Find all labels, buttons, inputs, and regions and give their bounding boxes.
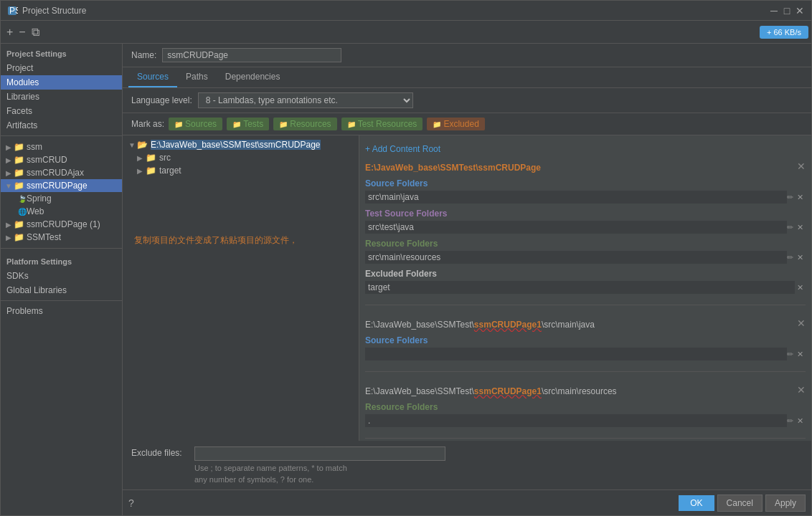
add-content-root-btn[interactable]: + Add Content Root bbox=[365, 141, 806, 157]
sidebar-item-libraries[interactable]: Libraries bbox=[1, 90, 122, 104]
module-ssm-label: ssm bbox=[27, 142, 42, 152]
resource-folder-close-1[interactable]: ✕ bbox=[795, 252, 806, 263]
exclude-files-input[interactable] bbox=[194, 446, 445, 461]
ok-button[interactable]: OK bbox=[679, 495, 714, 511]
sidebar-item-global-libraries[interactable]: Global Libraries bbox=[1, 283, 122, 297]
content-root-close-3[interactable]: ✕ bbox=[797, 384, 806, 396]
test-source-folders-1: Test Source Folders ✏ ✕ bbox=[365, 209, 806, 234]
content-root-close-2[interactable]: ✕ bbox=[797, 317, 806, 329]
sidebar-item-problems[interactable]: Problems bbox=[1, 304, 122, 318]
tab-bar: Sources Paths Dependencies bbox=[123, 67, 811, 88]
test-source-folders-title-1: Test Source Folders bbox=[365, 209, 806, 219]
problems-label: Problems bbox=[6, 306, 43, 316]
sidebar-divider3 bbox=[1, 300, 122, 301]
sidebar-item-project[interactable]: Project bbox=[1, 61, 122, 75]
module-spring-label: Spring bbox=[27, 194, 52, 204]
module-ssmcrud[interactable]: ▶ 📁 ssmCRUD bbox=[1, 153, 122, 166]
module-ssmcrudpage1[interactable]: ▶ 📁 ssmCRUDPage (1) bbox=[1, 218, 122, 231]
remove-button[interactable]: − bbox=[16, 24, 28, 40]
language-level-select[interactable]: 8 - Lambdas, type annotations etc. bbox=[198, 92, 413, 108]
folder-icon-ssmcrud: 📁 bbox=[14, 155, 24, 165]
module-ssmcrudpage[interactable]: ▼ 📁 ssmCRUDPage bbox=[1, 179, 122, 192]
module-web[interactable]: 🌐 Web bbox=[1, 205, 122, 218]
module-spring[interactable]: 🍃 Spring bbox=[1, 192, 122, 205]
tab-content-sources: ▼ 📂 E:\JavaWeb_base\SSMTest\ssmCRUDPage … bbox=[123, 135, 811, 441]
resource-folder-edit-3[interactable]: ✏ bbox=[787, 416, 793, 426]
mark-excluded-label: Excluded bbox=[443, 119, 478, 129]
file-tree-src[interactable]: ▶ 📁 src bbox=[123, 151, 359, 164]
folder-icon-ssmcrudpage1: 📁 bbox=[14, 219, 24, 229]
source-folder-close-2[interactable]: ✕ bbox=[795, 349, 806, 360]
sidebar-item-modules[interactable]: Modules bbox=[1, 75, 122, 90]
resource-folder-input-3[interactable] bbox=[365, 414, 787, 427]
mark-as-test-resources-btn[interactable]: 📁 Test Resources bbox=[341, 118, 423, 130]
content-area: Project Settings Project Modules Librari… bbox=[1, 44, 811, 515]
sidebar-facets-label: Facets bbox=[6, 106, 32, 116]
excluded-folder-input-1[interactable] bbox=[365, 281, 795, 294]
svg-text:PS: PS bbox=[9, 6, 18, 16]
tab-paths[interactable]: Paths bbox=[177, 67, 217, 87]
folder-icon-ssmtest: 📁 bbox=[14, 232, 24, 242]
sidebar-item-sdks[interactable]: SDKs bbox=[1, 269, 122, 283]
source-folder-input-1[interactable] bbox=[365, 191, 787, 204]
source-folder-edit-2[interactable]: ✏ bbox=[787, 349, 793, 360]
source-folder-edit-1[interactable]: ✏ bbox=[787, 192, 793, 203]
module-ssm[interactable]: ▶ 📁 ssm bbox=[1, 140, 122, 153]
tab-sources[interactable]: Sources bbox=[128, 67, 177, 87]
source-folder-input-2[interactable] bbox=[365, 348, 787, 360]
platform-settings-section: Platform Settings bbox=[1, 252, 122, 269]
excluded-folder-actions-1: ✕ bbox=[795, 282, 806, 293]
minimize-button[interactable]: ─ bbox=[768, 5, 780, 16]
source-folder-close-1[interactable]: ✕ bbox=[795, 192, 806, 203]
cancel-button[interactable]: Cancel bbox=[717, 494, 763, 512]
mark-test-resources-label: Test Resources bbox=[358, 119, 417, 129]
excluded-folder-row-1: ✕ bbox=[365, 280, 806, 295]
excluded-folders-1: Excluded Folders ✕ bbox=[365, 269, 806, 295]
mark-as-excluded-btn[interactable]: 📁 Excluded bbox=[427, 118, 484, 130]
sidebar-item-artifacts[interactable]: Artifacts bbox=[1, 118, 122, 133]
file-tree-root[interactable]: ▼ 📂 E:\JavaWeb_base\SSMTest\ssmCRUDPage bbox=[123, 138, 359, 151]
source-folders-2: Source Folders ✏ ✕ bbox=[365, 335, 806, 361]
module-ssmtest[interactable]: ▶ 📁 SSMTest bbox=[1, 231, 122, 244]
content-root-header-1: E:\JavaWeb_base\SSMTest\ssmCRUDPage ✕ bbox=[365, 157, 806, 176]
content-root-close-1[interactable]: ✕ bbox=[797, 161, 806, 172]
resource-folder-input-1[interactable] bbox=[365, 251, 787, 264]
tree-toggle-ssmcrudpage: ▼ bbox=[4, 182, 14, 190]
copy-button[interactable]: ⧉ bbox=[29, 24, 42, 40]
resource-folder-row-1: ✏ ✕ bbox=[365, 250, 806, 264]
tree-toggle-ssmcrudpage1: ▶ bbox=[4, 221, 14, 229]
file-tree-target[interactable]: ▶ 📁 target bbox=[123, 164, 359, 177]
test-folder-close-1[interactable]: ✕ bbox=[795, 222, 806, 233]
resource-folder-edit-1[interactable]: ✏ bbox=[787, 252, 793, 263]
close-button[interactable]: ✕ bbox=[794, 5, 806, 16]
mark-as-tests-btn[interactable]: 📁 Tests bbox=[227, 118, 269, 130]
resource-folder-close-3[interactable]: ✕ bbox=[795, 416, 806, 426]
bottom-bar: ? OK Cancel Apply bbox=[123, 489, 811, 515]
add-button[interactable]: + bbox=[4, 24, 16, 40]
mark-as-resources-btn[interactable]: 📁 Resources bbox=[273, 118, 336, 130]
apply-button[interactable]: Apply bbox=[765, 494, 806, 512]
source-folder-row-1: ✏ ✕ bbox=[365, 190, 806, 204]
sidebar-item-facets[interactable]: Facets bbox=[1, 104, 122, 118]
mark-as-row: Mark as: 📁 Sources 📁 Tests 📁 Resources 📁… bbox=[123, 113, 811, 135]
name-input[interactable] bbox=[162, 48, 341, 62]
help-icon[interactable]: ? bbox=[128, 497, 134, 509]
module-ssmcrudajax[interactable]: ▶ 📁 ssmCRUDAjax bbox=[1, 166, 122, 179]
folder-icon-ssmcrudajax: 📁 bbox=[14, 168, 24, 178]
test-folder-edit-1[interactable]: ✏ bbox=[787, 222, 793, 233]
excluded-folder-close-1[interactable]: ✕ bbox=[795, 282, 806, 293]
maximize-button[interactable]: □ bbox=[781, 5, 793, 16]
name-label: Name: bbox=[131, 50, 156, 60]
test-folder-input-1[interactable] bbox=[365, 221, 787, 234]
tab-sources-label: Sources bbox=[137, 72, 169, 82]
tab-dependencies[interactable]: Dependencies bbox=[217, 67, 289, 87]
sidebar-libraries-label: Libraries bbox=[6, 92, 39, 102]
source-folder-row-2: ✏ ✕ bbox=[365, 347, 806, 361]
target-label: target bbox=[159, 166, 181, 176]
tree-toggle-ssmtest: ▶ bbox=[4, 234, 14, 242]
target-folder-icon: 📁 bbox=[146, 166, 156, 176]
add-content-root-label: + Add Content Root bbox=[365, 144, 440, 154]
mark-as-sources-btn[interactable]: 📁 Sources bbox=[169, 118, 222, 130]
sync-button[interactable]: + 66 KB/s bbox=[760, 26, 808, 39]
content-root-section-3: E:\JavaWeb_base\SSMTest\ssmCRUDPage1\src… bbox=[365, 381, 806, 439]
